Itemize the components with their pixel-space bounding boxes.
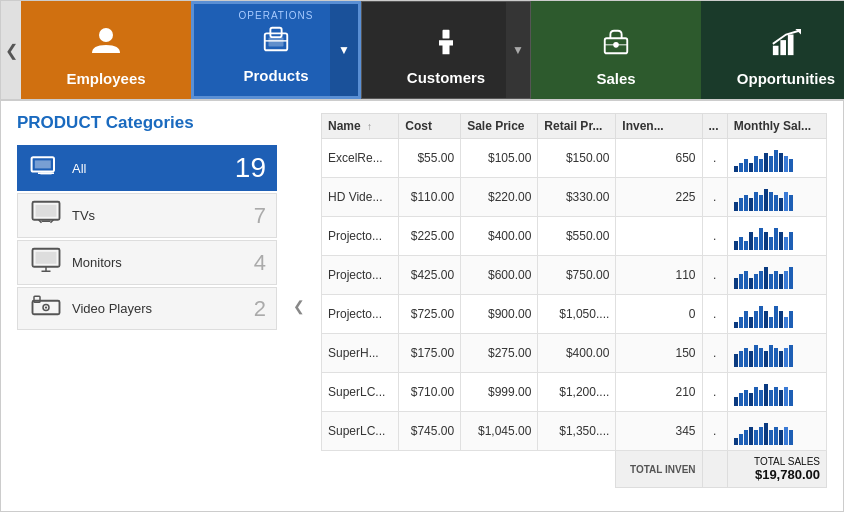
customers-icon bbox=[432, 28, 460, 63]
svg-rect-10 bbox=[780, 40, 786, 55]
monitors-icon bbox=[28, 247, 64, 278]
product-categories-title: PRODUCT Categories bbox=[17, 113, 277, 133]
category-item-tvs[interactable]: TVs 7 bbox=[17, 193, 277, 238]
cell-name: SuperLC... bbox=[322, 373, 399, 412]
cell-sale-price: $600.00 bbox=[461, 256, 538, 295]
cell-cost: $725.00 bbox=[399, 295, 461, 334]
cell-retail: $1,200.... bbox=[538, 373, 616, 412]
table-row[interactable]: SuperH... $175.00 $275.00 $400.00 150 . bbox=[322, 334, 827, 373]
all-icon bbox=[28, 154, 64, 183]
category-tvs-count: 7 bbox=[254, 203, 266, 229]
category-list: All 19 bbox=[17, 145, 277, 330]
svg-rect-3 bbox=[269, 37, 284, 46]
category-item-video-players[interactable]: Video Players 2 bbox=[17, 287, 277, 330]
cell-dot: . bbox=[702, 139, 727, 178]
opportunities-icon bbox=[771, 27, 801, 64]
svg-rect-14 bbox=[35, 160, 51, 168]
employees-label: Employees bbox=[66, 70, 145, 87]
products-label: Products bbox=[243, 67, 308, 84]
cell-cost: $745.00 bbox=[399, 412, 461, 451]
cell-monthly-chart bbox=[727, 139, 826, 178]
products-dropdown-arrow[interactable]: ▼ bbox=[330, 4, 358, 96]
cell-name: Projecto... bbox=[322, 217, 399, 256]
cell-retail: $550.00 bbox=[538, 217, 616, 256]
col-inventory: Inven... bbox=[616, 114, 702, 139]
cell-sale-price: $105.00 bbox=[461, 139, 538, 178]
cell-dot: . bbox=[702, 217, 727, 256]
cell-dot: . bbox=[702, 256, 727, 295]
col-name[interactable]: Name ↑ bbox=[322, 114, 399, 139]
cell-sale-price: $900.00 bbox=[461, 295, 538, 334]
table-row[interactable]: HD Vide... $110.00 $220.00 $330.00 225 . bbox=[322, 178, 827, 217]
sales-icon bbox=[601, 27, 631, 64]
table-row[interactable]: SuperLC... $745.00 $1,045.00 $1,350.... … bbox=[322, 412, 827, 451]
svg-rect-9 bbox=[773, 46, 779, 55]
table-row[interactable]: ExcelRe... $55.00 $105.00 $150.00 650 . bbox=[322, 139, 827, 178]
cell-inventory: 225 bbox=[616, 178, 702, 217]
cell-name: Projecto... bbox=[322, 295, 399, 334]
cell-sale-price: $1,045.00 bbox=[461, 412, 538, 451]
col-retail-price: Retail Pr... bbox=[538, 114, 616, 139]
cell-sale-price: $220.00 bbox=[461, 178, 538, 217]
cell-dot: . bbox=[702, 295, 727, 334]
cell-monthly-chart bbox=[727, 412, 826, 451]
svg-rect-16 bbox=[40, 171, 51, 174]
cell-name: Projecto... bbox=[322, 256, 399, 295]
cell-dot: . bbox=[702, 412, 727, 451]
nav-item-products[interactable]: OPERATIONS Products ▼ bbox=[191, 1, 361, 99]
cell-dot: . bbox=[702, 178, 727, 217]
tvs-icon bbox=[28, 200, 64, 231]
nav-item-opportunities[interactable]: Opportunities bbox=[701, 1, 844, 99]
svg-rect-11 bbox=[788, 35, 794, 56]
cell-name: HD Vide... bbox=[322, 178, 399, 217]
cell-cost: $710.00 bbox=[399, 373, 461, 412]
cell-inventory: 0 bbox=[616, 295, 702, 334]
customers-dropdown-arrow[interactable]: ▼ bbox=[506, 2, 530, 98]
cell-retail: $1,350.... bbox=[538, 412, 616, 451]
svg-rect-18 bbox=[36, 205, 57, 217]
video-players-icon bbox=[28, 294, 64, 323]
cell-cost: $175.00 bbox=[399, 334, 461, 373]
table-row[interactable]: SuperLC... $710.00 $999.00 $1,200.... 21… bbox=[322, 373, 827, 412]
cell-inventory: 110 bbox=[616, 256, 702, 295]
cell-inventory: 345 bbox=[616, 412, 702, 451]
table-row[interactable]: Projecto... $225.00 $400.00 $550.00 . bbox=[322, 217, 827, 256]
category-item-all[interactable]: All 19 bbox=[17, 145, 277, 191]
total-sales-cell: TOTAL SALES $19,780.00 bbox=[727, 451, 826, 488]
cell-name: ExcelRe... bbox=[322, 139, 399, 178]
table-row[interactable]: Projecto... $425.00 $600.00 $750.00 110 … bbox=[322, 256, 827, 295]
cell-dot: . bbox=[702, 334, 727, 373]
col-sale-price: Sale Price bbox=[461, 114, 538, 139]
cell-retail: $330.00 bbox=[538, 178, 616, 217]
cell-name: SuperLC... bbox=[322, 412, 399, 451]
cell-monthly-chart bbox=[727, 295, 826, 334]
col-dot: ... bbox=[702, 114, 727, 139]
nav-item-sales[interactable]: Sales bbox=[531, 1, 701, 99]
customers-label: Customers bbox=[407, 69, 485, 86]
nav-prev-arrow[interactable]: ❮ bbox=[1, 1, 21, 99]
category-video-players-label: Video Players bbox=[72, 301, 152, 316]
nav-item-employees[interactable]: Employees bbox=[21, 1, 191, 99]
svg-point-28 bbox=[45, 306, 47, 308]
products-icon bbox=[261, 24, 291, 61]
cell-retail: $1,050.... bbox=[538, 295, 616, 334]
svg-rect-5 bbox=[443, 30, 450, 39]
cell-monthly-chart bbox=[727, 334, 826, 373]
cell-inventory: 650 bbox=[616, 139, 702, 178]
nav-item-customers[interactable]: Customers ▼ bbox=[361, 1, 531, 99]
cell-monthly-chart bbox=[727, 178, 826, 217]
table-row[interactable]: Projecto... $725.00 $900.00 $1,050.... 0… bbox=[322, 295, 827, 334]
cell-retail: $750.00 bbox=[538, 256, 616, 295]
total-row: TOTAL INVEN TOTAL SALES $19,780.00 bbox=[322, 451, 827, 488]
svg-point-0 bbox=[99, 28, 113, 42]
svg-rect-23 bbox=[36, 252, 57, 264]
cell-sale-price: $400.00 bbox=[461, 217, 538, 256]
category-item-monitors[interactable]: Monitors 4 bbox=[17, 240, 277, 285]
category-monitors-count: 4 bbox=[254, 250, 266, 276]
category-monitors-label: Monitors bbox=[72, 255, 122, 270]
collapse-button[interactable]: ❮ bbox=[289, 113, 309, 499]
cell-cost: $110.00 bbox=[399, 178, 461, 217]
cell-retail: $400.00 bbox=[538, 334, 616, 373]
category-all-label: All bbox=[72, 161, 86, 176]
cell-dot: . bbox=[702, 373, 727, 412]
